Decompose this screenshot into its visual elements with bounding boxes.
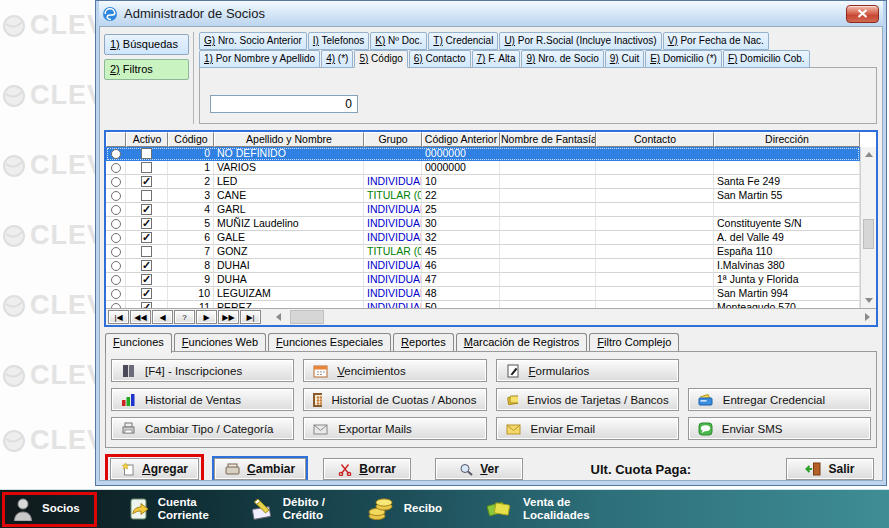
activo-checkbox[interactable] bbox=[141, 162, 152, 173]
function-tab[interactable]: Filtro Complejo bbox=[589, 333, 679, 351]
nav-button[interactable]: |◀ bbox=[108, 310, 129, 324]
agregar-button[interactable]: Agregar bbox=[110, 458, 199, 480]
codigo-input[interactable] bbox=[210, 95, 358, 113]
column-header-direccion[interactable]: Dirección bbox=[714, 132, 860, 147]
table-row[interactable]: 8 DUHAI INDIVIDUAL 46 I.Malvinas 380 bbox=[106, 259, 860, 273]
filter-tab[interactable]: 7) F. Alta bbox=[472, 50, 521, 68]
column-header-activo[interactable]: Activo bbox=[126, 132, 168, 147]
column-header-selector[interactable] bbox=[106, 132, 126, 147]
vertical-scrollbar[interactable] bbox=[860, 147, 876, 308]
filter-tab[interactable]: U) Por R.Social (Incluye Inactivos) bbox=[499, 32, 661, 50]
activo-checkbox[interactable] bbox=[141, 288, 152, 299]
search-mode-tab[interactable]: 2) Filtros bbox=[104, 59, 189, 80]
scroll-up-icon[interactable] bbox=[865, 152, 873, 157]
row-radio[interactable] bbox=[111, 191, 121, 201]
filter-tab[interactable]: 9) Nro. de Socio bbox=[521, 50, 603, 68]
search-mode-tab[interactable]: 1) Búsquedas bbox=[104, 34, 189, 55]
nav-button[interactable]: ◀◀ bbox=[130, 310, 151, 324]
row-radio[interactable] bbox=[111, 275, 121, 285]
nav-button[interactable]: ▶▶ bbox=[218, 310, 239, 324]
filter-tab[interactable]: 9) Cuit bbox=[605, 50, 644, 68]
exportar-mails-button[interactable]: Exportar Mails bbox=[303, 417, 486, 440]
nav-button[interactable]: ? bbox=[174, 310, 195, 324]
filter-tab[interactable]: 6) Contacto bbox=[409, 50, 471, 68]
activo-checkbox[interactable] bbox=[141, 274, 152, 285]
row-radio[interactable] bbox=[111, 219, 121, 229]
borrar-button[interactable]: Borrar bbox=[323, 458, 411, 480]
function-tab[interactable]: Marcación de Registros bbox=[456, 333, 588, 351]
table-row[interactable]: 2 LED INDIVIDUAL 10 Santa Fe 249 bbox=[106, 175, 860, 189]
table-row[interactable]: 1 VARIOS 0000000 bbox=[106, 161, 860, 175]
filter-tab[interactable]: V) Por Fecha de Nac. bbox=[663, 32, 769, 50]
row-radio[interactable] bbox=[111, 149, 121, 159]
vencimientos-button[interactable]: Vencimientos bbox=[303, 359, 486, 382]
column-header-nombre-fantasia[interactable]: Nombre de Fantasía bbox=[500, 132, 596, 147]
formularios-button[interactable]: Formularios bbox=[496, 359, 679, 382]
activo-checkbox[interactable] bbox=[141, 218, 152, 229]
historial-ventas-button[interactable]: Historial de Ventas bbox=[111, 388, 294, 411]
table-row[interactable]: 11 PEREZ INDIVIDUAL 50 Monteagudo 570 bbox=[106, 301, 860, 308]
function-tab[interactable]: Funciones Web bbox=[174, 333, 266, 351]
activo-checkbox[interactable] bbox=[141, 190, 152, 201]
function-tab[interactable]: Reportes bbox=[393, 333, 454, 351]
row-radio[interactable] bbox=[111, 289, 121, 299]
entregar-credencial-button[interactable]: Entregar Credencial bbox=[688, 388, 871, 411]
activo-checkbox[interactable] bbox=[141, 260, 152, 271]
nav-button[interactable]: ▶| bbox=[240, 310, 261, 324]
taskbar-item-debito-credito[interactable]: Débito / Crédito bbox=[250, 496, 335, 522]
table-row[interactable]: 7 GONZ TITULAR (0) 45 España 110 bbox=[106, 245, 860, 259]
horizontal-scrollbar[interactable] bbox=[272, 310, 874, 324]
activo-checkbox[interactable] bbox=[141, 148, 152, 159]
filter-tab[interactable]: I) Telefonos bbox=[308, 32, 370, 50]
enviar-sms-button[interactable]: Enviar SMS bbox=[688, 417, 871, 440]
table-row[interactable]: 10 LEGUIZAM INDIVIDUAL 48 San Martin 994 bbox=[106, 287, 860, 301]
filter-tab[interactable]: K) Nº Doc. bbox=[370, 32, 427, 50]
filter-tab[interactable]: 5) Código bbox=[354, 50, 407, 68]
row-radio[interactable] bbox=[111, 247, 121, 257]
row-radio[interactable] bbox=[111, 205, 121, 215]
nav-button[interactable]: ▶ bbox=[196, 310, 217, 324]
historial-cuotas-button[interactable]: Historial de Cuotas / Abonos bbox=[303, 388, 486, 411]
horizontal-scroll-thumb[interactable] bbox=[290, 310, 324, 324]
row-radio[interactable] bbox=[111, 233, 121, 243]
scroll-left-icon[interactable] bbox=[276, 313, 281, 321]
cambiar-button[interactable]: Cambiar bbox=[214, 458, 306, 480]
column-header-codigo-anterior[interactable]: Código Anterior bbox=[422, 132, 500, 147]
row-radio[interactable] bbox=[111, 261, 121, 271]
filter-tab[interactable]: E) Domicilio (*) bbox=[645, 50, 722, 68]
table-row[interactable]: 0 NO DEFINIDO 0000000 bbox=[106, 147, 860, 161]
activo-checkbox[interactable] bbox=[141, 246, 152, 257]
taskbar-item-venta-localidades[interactable]: Venta de Localidades bbox=[486, 496, 597, 522]
cambiar-tipo-button[interactable]: Cambiar Tipo / Categoría bbox=[111, 417, 294, 440]
column-header-contacto[interactable]: Contacto bbox=[596, 132, 714, 147]
envios-tarjetas-button[interactable]: Envios de Tarjetas / Bancos bbox=[496, 388, 679, 411]
activo-checkbox[interactable] bbox=[141, 176, 152, 187]
table-row[interactable]: 5 MUÑIZ Laudelino INDIVIDUAL 30 Constitu… bbox=[106, 217, 860, 231]
table-row[interactable]: 4 GARL INDIVIDUAL 25 bbox=[106, 203, 860, 217]
vertical-scroll-thumb[interactable] bbox=[863, 219, 874, 249]
taskbar-item-socios[interactable]: Socios bbox=[13, 497, 80, 521]
nav-button[interactable]: ◀ bbox=[152, 310, 173, 324]
close-button[interactable] bbox=[846, 5, 879, 23]
column-header-grupo[interactable]: Grupo bbox=[364, 132, 422, 147]
activo-checkbox[interactable] bbox=[141, 232, 152, 243]
filter-tab[interactable]: 1) Por Nombre y Apellido bbox=[199, 50, 320, 68]
ver-button[interactable]: Ver bbox=[435, 458, 523, 480]
column-header-apellido-nombre[interactable]: Apellido y Nombre bbox=[214, 132, 364, 147]
column-header-codigo[interactable]: Código bbox=[168, 132, 214, 147]
table-row[interactable]: 6 GALE INDIVIDUAL 32 A. del Valle 49 bbox=[106, 231, 860, 245]
filter-tab[interactable]: T) Credencial bbox=[428, 32, 498, 50]
enviar-email-button[interactable]: Enviar Email bbox=[496, 417, 679, 440]
filter-tab[interactable]: 4) (*) bbox=[321, 50, 353, 68]
table-row[interactable]: 3 CANE TITULAR (0) 22 San Martin 55 bbox=[106, 189, 860, 203]
row-radio[interactable] bbox=[111, 177, 121, 187]
salir-button[interactable]: Salir bbox=[786, 458, 874, 480]
activo-checkbox[interactable] bbox=[141, 204, 152, 215]
taskbar-item-cuenta-corriente[interactable]: Cuenta Corriente bbox=[127, 496, 216, 522]
taskbar-item-recibo[interactable]: Recibo bbox=[367, 497, 442, 521]
scroll-down-icon[interactable] bbox=[865, 298, 873, 303]
function-tab[interactable]: Funciones bbox=[105, 333, 172, 353]
table-row[interactable]: 9 DUHA INDIVIDUAL 47 1ª Junta y Florida bbox=[106, 273, 860, 287]
scroll-right-icon[interactable] bbox=[865, 313, 870, 321]
filter-tab[interactable]: F) Domicilio Cob. bbox=[723, 50, 810, 68]
